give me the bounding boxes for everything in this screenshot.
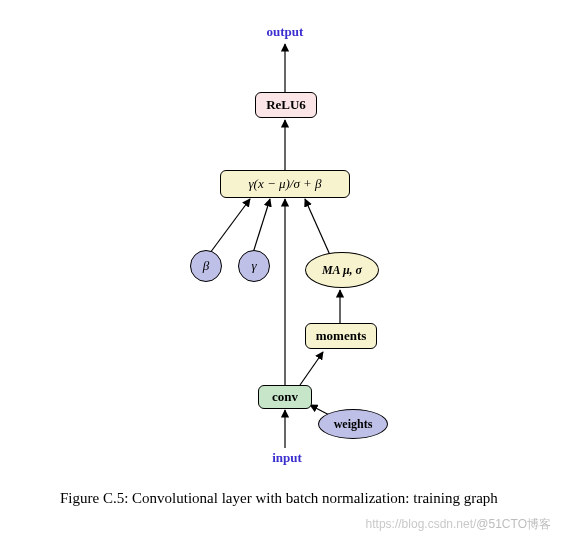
- moments-node: moments: [305, 323, 377, 349]
- watermark-right: @51CTO博客: [476, 517, 551, 531]
- weights-node: weights: [318, 409, 388, 439]
- figure-caption: Figure C.5: Convolutional layer with bat…: [60, 488, 500, 508]
- relu6-node: ReLU6: [255, 92, 317, 118]
- gamma-param-node: γ: [238, 250, 270, 282]
- svg-line-2: [300, 352, 323, 385]
- watermark-left: https://blog.csdn.net/: [366, 517, 477, 531]
- svg-line-5: [305, 199, 330, 255]
- input-label: input: [270, 450, 304, 466]
- output-label: output: [265, 24, 305, 40]
- watermark: https://blog.csdn.net/@51CTO博客: [366, 516, 551, 533]
- batchnorm-formula-node: γ(x − μ)/σ + β: [220, 170, 350, 198]
- conv-node: conv: [258, 385, 312, 409]
- svg-line-7: [210, 199, 250, 253]
- svg-line-6: [253, 199, 270, 253]
- moving-average-node: MA μ, σ: [305, 252, 379, 288]
- diagram-canvas: output input ReLU6 γ(x − μ)/σ + β β γ MA…: [0, 0, 561, 539]
- beta-param-node: β: [190, 250, 222, 282]
